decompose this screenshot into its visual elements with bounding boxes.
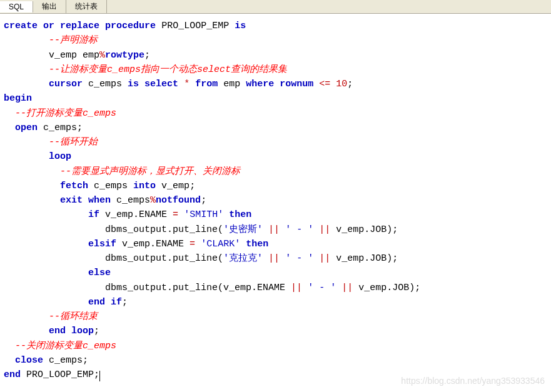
kw-when: when [88, 195, 111, 206]
job3: v_emp.JOB); [358, 283, 420, 293]
semi: ; [144, 50, 150, 61]
str-clark: 'CLARK' [201, 239, 240, 249]
kw-exit: exit [60, 195, 83, 206]
watermark: https://blog.csdn.net/yang353933546 [401, 374, 545, 388]
str-dash2: ' - ' [285, 253, 313, 264]
kw-create: create [4, 21, 38, 31]
kw-into: into [133, 181, 156, 191]
op-concat6: || [341, 283, 353, 293]
code-editor[interactable]: create or replace procedure PRO_LOOP_EMP… [0, 14, 551, 392]
exit-cemps: c_emps [116, 195, 150, 206]
kw-procedure: procedure [105, 21, 156, 31]
kw-fetch: fetch [60, 181, 88, 191]
comment-open-cursor: --打开游标变量c_emps [15, 108, 116, 119]
op-concat: || [268, 224, 280, 235]
tab-bar: SQL 输出 统计表 [0, 0, 551, 14]
semi: ; [94, 326, 99, 336]
comment-declare-cursor: --声明游标 [49, 35, 98, 46]
kw-elsif: elsif [88, 239, 116, 249]
kw-close: close [15, 355, 43, 366]
kw-end-loop-end: end [49, 326, 66, 336]
tab-output[interactable]: 输出 [33, 0, 66, 13]
kw-where: where [246, 79, 274, 89]
op-star: * [184, 79, 190, 89]
kw-rownum: rownum [280, 79, 313, 89]
op-concat4: || [319, 253, 330, 264]
op-pct2: % [150, 195, 156, 206]
kw-cursor: cursor [49, 79, 83, 89]
comment-loop-end: --循环结束 [49, 311, 98, 322]
kw-begin: begin [4, 93, 32, 104]
semi: ; [77, 123, 83, 133]
semi: ; [83, 355, 88, 366]
kw-rowtype: rowtype [105, 50, 144, 61]
op-le: <= [319, 79, 330, 89]
semi: ; [347, 79, 353, 89]
kw-then: then [229, 209, 251, 220]
op-pct: % [99, 50, 105, 61]
kw-if: if [88, 209, 99, 220]
kw-is2: is [128, 79, 139, 89]
var-vemp: v_emp [49, 50, 77, 61]
semi: ; [122, 297, 128, 308]
proc-name: PRO_LOOP_EMP [161, 21, 229, 31]
type-emp: emp [83, 50, 99, 61]
putline2: dbms_output.put_line( [105, 253, 223, 264]
if-vemp: v_emp.ENAME [105, 209, 167, 220]
str-shimisi: '史密斯' [223, 224, 263, 235]
semi: ; [190, 181, 195, 191]
kw-endif-end: end [88, 297, 105, 308]
fetch-vemp: v_emp [161, 181, 190, 191]
kw-from: from [195, 79, 218, 89]
fetch-cemps: c_emps [94, 181, 128, 191]
cursor-cemps: c_emps [88, 79, 122, 89]
end-procname: PRO_LOOP_EMP [26, 369, 94, 380]
op-concat5: || [291, 283, 302, 293]
tbl-emp: emp [223, 79, 240, 89]
op-eq: = [173, 209, 178, 220]
comment-close-cursor: --关闭游标变量c_emps [15, 341, 116, 351]
comment-explicit: --需要显式声明游标，显式打开、关闭游标 [60, 166, 240, 177]
kw-then2: then [246, 239, 268, 249]
comment-loop-start: --循环开始 [49, 137, 98, 148]
putline3: dbms_output.put_line(v_emp.ENAME [105, 283, 285, 293]
job1: v_emp.JOB); [336, 224, 398, 235]
kw-open: open [15, 123, 38, 133]
kw-endif-if: if [111, 297, 122, 308]
kw-is: is [235, 21, 246, 31]
tab-sql[interactable]: SQL [0, 1, 33, 13]
str-dash3: ' - ' [308, 283, 336, 293]
kw-or: or [43, 21, 54, 31]
kw-select: select [144, 79, 178, 89]
kw-end: end [4, 369, 21, 380]
str-dash1: ' - ' [285, 224, 313, 235]
comment-cursor-select: --让游标变量c_emps指向一个动态select查询的结果集 [49, 64, 287, 75]
kw-notfound: notfound [156, 195, 201, 206]
kw-replace: replace [60, 21, 99, 31]
open-cemps: c_emps [43, 123, 77, 133]
semi: ; [94, 369, 99, 380]
num-10: 10 [336, 79, 347, 89]
close-cemps: c_emps [49, 355, 83, 366]
op-eq2: = [190, 239, 195, 249]
text-cursor [99, 371, 100, 381]
kw-else: else [88, 268, 111, 278]
elsif-vemp: v_emp.ENAME [122, 239, 184, 249]
job2: v_emp.JOB); [336, 253, 398, 264]
str-smith: 'SMITH' [184, 209, 223, 220]
kw-loop: loop [49, 151, 71, 162]
str-kelake: '克拉克' [223, 253, 263, 264]
op-concat2: || [319, 224, 330, 235]
semi: ; [201, 195, 206, 206]
putline1: dbms_output.put_line( [105, 224, 223, 235]
tab-stats[interactable]: 统计表 [66, 0, 107, 13]
kw-end-loop-loop: loop [71, 326, 94, 336]
op-concat3: || [268, 253, 280, 264]
